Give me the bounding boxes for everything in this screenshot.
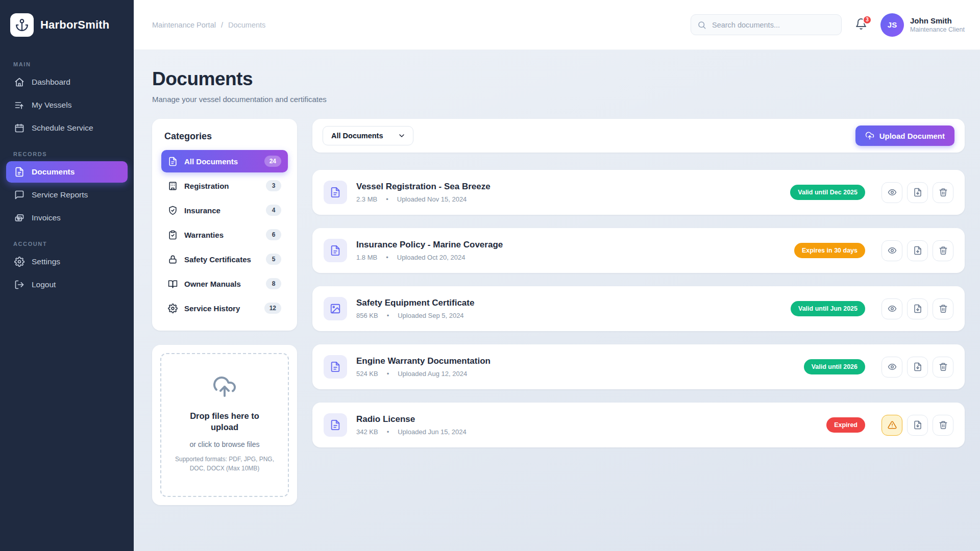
view-document-button[interactable] — [881, 182, 902, 203]
nav-section-label: ACCOUNT — [13, 241, 120, 247]
category-item-warranties[interactable]: Warranties6 — [161, 223, 288, 246]
category-label: Owner Manuals — [184, 280, 259, 288]
document-type-tile — [324, 297, 347, 320]
upload-document-button[interactable]: Upload Document — [855, 126, 954, 146]
delete-document-button[interactable] — [933, 415, 953, 436]
view-document-button[interactable] — [881, 240, 902, 261]
sidebar-nav: MAINDashboardMy VesselsSchedule ServiceR… — [0, 49, 134, 297]
document-actions — [881, 298, 953, 319]
file-text-icon — [330, 245, 341, 256]
download-document-button[interactable] — [907, 298, 928, 319]
category-item-service-history[interactable]: Service History12 — [161, 297, 288, 319]
nav-section-label: MAIN — [13, 61, 120, 67]
document-actions — [881, 415, 953, 436]
trash-icon — [939, 246, 948, 255]
document-row: Engine Warranty Documentation524 KB•Uplo… — [312, 344, 965, 389]
main-area: Maintenance Portal / Documents 3 JS John… — [134, 0, 980, 551]
document-info: Vessel Registration - Sea Breeze2.3 MB•U… — [356, 182, 781, 203]
document-uploaded: Uploaded Oct 20, 2024 — [397, 254, 465, 261]
view-document-button[interactable] — [881, 357, 902, 378]
file-text-icon — [330, 187, 341, 198]
sidebar-item-logout[interactable]: Logout — [6, 274, 128, 295]
document-uploaded: Uploaded Sep 5, 2024 — [398, 312, 463, 319]
download-document-button[interactable] — [907, 182, 928, 203]
view-document-button[interactable] — [881, 298, 902, 319]
sidebar-item-dashboard[interactable]: Dashboard — [6, 71, 128, 93]
category-item-insurance[interactable]: Insurance4 — [161, 199, 288, 221]
delete-document-button[interactable] — [933, 240, 953, 261]
category-item-safety-certificates[interactable]: Safety Certificates5 — [161, 248, 288, 270]
left-column: Categories All Documents24Registration3I… — [152, 119, 297, 505]
delete-document-button[interactable] — [933, 357, 953, 378]
sidebar-item-documents[interactable]: Documents — [6, 161, 128, 183]
gear-icon — [168, 304, 178, 313]
document-actions — [881, 357, 953, 378]
category-count-badge: 6 — [266, 229, 281, 240]
download-document-button[interactable] — [907, 240, 928, 261]
breadcrumb-root[interactable]: Maintenance Portal — [152, 21, 216, 29]
download-document-button[interactable] — [907, 415, 928, 436]
brand-name: HarborSmith — [40, 18, 109, 32]
category-item-registration[interactable]: Registration3 — [161, 174, 288, 197]
file-dropzone[interactable]: Drop files here to upload or click to br… — [160, 353, 289, 497]
logout-icon — [14, 280, 24, 290]
search-icon — [697, 20, 706, 30]
sidebar-item-invoices[interactable]: Invoices — [6, 207, 128, 229]
search-input[interactable] — [691, 14, 842, 35]
file-text-icon — [330, 361, 341, 372]
category-item-owner-manuals[interactable]: Owner Manuals8 — [161, 272, 288, 295]
eye-icon — [888, 246, 897, 255]
dropzone-formats: Supported formats: PDF, JPG, PNG, DOC, D… — [170, 455, 279, 473]
topbar-right: 3 JS John Smith Maintenance Client — [691, 13, 965, 37]
alert-triangle-icon — [888, 420, 897, 430]
documents-toolbar: All Documents Upload Document — [312, 119, 965, 153]
status-badge: Expired — [826, 417, 865, 433]
document-type-tile — [324, 181, 347, 204]
document-filter-value: All Documents — [331, 132, 383, 140]
sidebar-item-settings[interactable]: Settings — [6, 251, 128, 272]
document-filter-select[interactable]: All Documents — [323, 126, 413, 145]
page-content: Documents Manage your vessel documentati… — [134, 50, 980, 551]
category-count-badge: 4 — [266, 205, 281, 216]
dropzone-title: Drop files here to upload — [170, 410, 279, 433]
category-label: Service History — [184, 304, 258, 313]
expired-alert-button[interactable] — [881, 415, 902, 436]
upload-panel: Drop files here to upload or click to br… — [152, 345, 297, 505]
document-info: Engine Warranty Documentation524 KB•Uplo… — [356, 356, 795, 378]
document-title: Radio License — [356, 414, 817, 424]
page-title: Documents — [152, 68, 965, 90]
trash-icon — [939, 362, 948, 371]
document-row: Vessel Registration - Sea Breeze2.3 MB•U… — [312, 170, 965, 215]
sidebar-item-service-reports[interactable]: Service Reports — [6, 184, 128, 206]
document-uploaded: Uploaded Aug 12, 2024 — [398, 370, 467, 378]
download-document-button[interactable] — [907, 357, 928, 378]
sidebar-item-label: Invoices — [32, 213, 61, 222]
sidebar-item-my-vessels[interactable]: My Vessels — [6, 94, 128, 116]
document-title: Vessel Registration - Sea Breeze — [356, 182, 781, 192]
sidebar-item-schedule-service[interactable]: Schedule Service — [6, 117, 128, 139]
user-menu[interactable]: JS John Smith Maintenance Client — [880, 13, 965, 37]
category-item-all-documents[interactable]: All Documents24 — [161, 150, 288, 172]
building-icon — [168, 181, 178, 191]
file-download-icon — [913, 362, 922, 371]
eye-icon — [888, 188, 897, 197]
category-label: Registration — [184, 182, 259, 190]
delete-document-button[interactable] — [933, 182, 953, 203]
file-download-icon — [913, 188, 922, 197]
notifications-button[interactable]: 3 — [854, 18, 868, 32]
document-meta: 2.3 MB•Uploaded Nov 15, 2024 — [356, 195, 781, 203]
categories-list: All Documents24Registration3Insurance4Wa… — [161, 150, 288, 319]
sidebar-item-label: Service Reports — [32, 190, 88, 199]
delete-document-button[interactable] — [933, 298, 953, 319]
avatar: JS — [880, 13, 904, 37]
document-info: Insurance Policy - Marine Coverage1.8 MB… — [356, 240, 785, 261]
gear-icon — [14, 257, 24, 267]
document-meta: 1.8 MB•Uploaded Oct 20, 2024 — [356, 254, 785, 261]
document-type-tile — [324, 355, 347, 379]
document-row: Radio License342 KB•Uploaded Jun 15, 202… — [312, 403, 965, 447]
file-text-icon — [14, 167, 24, 177]
document-title: Insurance Policy - Marine Coverage — [356, 240, 785, 250]
status-badge: Valid until Dec 2025 — [790, 185, 865, 200]
document-list: Vessel Registration - Sea Breeze2.3 MB•U… — [312, 170, 965, 447]
vessel-list-icon — [14, 100, 24, 110]
